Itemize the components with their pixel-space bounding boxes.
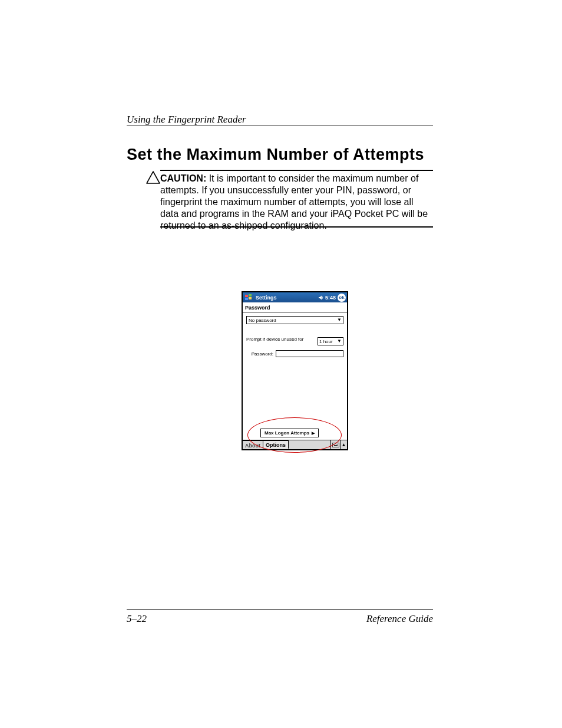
ok-button[interactable]: ok [338,294,346,302]
idle-time-select[interactable]: 1 hour ▼ [318,337,343,345]
caution-rule-bottom [160,226,433,228]
rule-top [127,126,433,126]
window-title: Settings [256,295,277,301]
max-logon-attempts-menu-item[interactable]: Max Logon Attemps ▶ [260,429,319,437]
settings-body: No password ▼ Prompt if device unused fo… [243,316,347,357]
bottom-bar: About Options ▲ [243,440,347,449]
caution-icon [146,171,160,186]
device-screenshot: Settings 5:48 ok Password No password ▼ … [242,291,348,450]
password-type-select[interactable]: No password ▼ [246,316,343,324]
page-number: 5–22 [127,613,147,625]
svg-rect-2 [245,298,248,300]
start-menu-icon[interactable] [244,293,253,302]
password-field-label: Password: [246,351,273,357]
clock: 5:48 [325,295,336,301]
tab-options[interactable]: Options [263,440,289,449]
caution-text: CAUTION: It is important to consider the… [160,173,433,232]
app-label: Password [243,302,347,312]
context-menu: Max Logon Attemps ▶ [260,429,319,437]
caution-label: CAUTION: [160,173,206,183]
keyboard-menu-arrow[interactable]: ▲ [340,440,347,449]
rule-bottom [127,609,433,610]
svg-rect-5 [333,444,334,444]
tab-about[interactable]: About [243,440,263,449]
chevron-down-icon: ▼ [337,317,342,322]
chevron-down-icon: ▼ [337,338,342,344]
svg-rect-3 [249,297,252,299]
svg-rect-7 [336,444,336,444]
svg-rect-8 [337,444,338,444]
volume-icon[interactable] [318,295,324,301]
svg-rect-0 [245,295,248,297]
svg-rect-1 [249,294,252,297]
submenu-arrow-icon: ▶ [312,431,315,436]
menu-item-label: Max Logon Attemps [265,430,309,436]
window-titlebar: Settings 5:48 ok [243,292,347,302]
svg-rect-9 [334,445,338,446]
doc-title: Reference Guide [366,613,433,625]
password-type-value: No password [249,318,276,323]
keyboard-icon[interactable] [330,440,340,449]
section-heading: Set the Maximum Number of Attempts [127,146,424,164]
password-input[interactable] [276,350,343,357]
running-head: Using the Fingerprint Reader [127,114,246,126]
app-rule [243,312,347,312]
idle-time-value: 1 hour [319,339,333,344]
caution-rule-top [160,170,433,171]
page: Using the Fingerprint Reader Set the Max… [0,0,562,728]
prompt-label: Prompt if device unused for [246,337,314,342]
svg-rect-6 [335,444,335,444]
